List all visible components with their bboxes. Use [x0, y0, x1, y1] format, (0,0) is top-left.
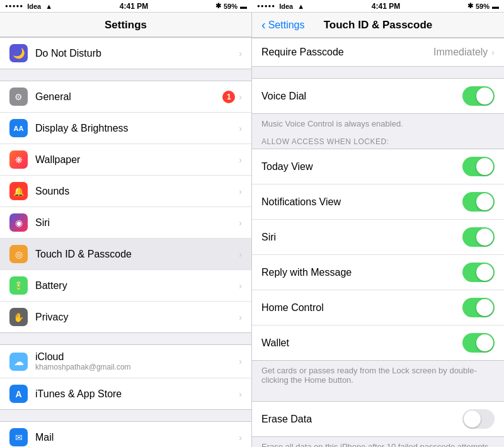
wallpaper-chevron: ›: [239, 155, 242, 165]
general-label: General: [35, 91, 222, 103]
right-content[interactable]: Require Passcode Immediately › Voice Dia…: [252, 38, 504, 447]
row-display[interactable]: AA Display & Brightness ›: [0, 113, 251, 144]
touchid-label: Touch ID & Passcode: [35, 249, 239, 260]
row-voice-dial[interactable]: Voice Dial: [252, 79, 504, 113]
row-wallpaper[interactable]: ❋ Wallpaper ›: [0, 144, 251, 176]
row-privacy[interactable]: ✋ Privacy ›: [0, 302, 251, 332]
reply-message-label: Reply with Message: [261, 267, 462, 278]
section-mid: ⚙ General 1 › AA Display & Brightness: [0, 81, 251, 333]
back-label: Settings: [268, 20, 305, 31]
left-battery-pct: 59%: [224, 3, 238, 10]
siri-locked-toggle[interactable]: [462, 227, 495, 247]
erase-note: Erase all data on this iPhone after 10 f…: [252, 437, 504, 447]
left-battery-icon: ▬: [240, 3, 247, 10]
left-panel: Settings 🌙 Do Not Disturb ›: [0, 13, 252, 447]
left-wifi-icon: ▲: [45, 3, 52, 10]
icloud-icon: ☁: [9, 353, 28, 371]
display-label: Display & Brightness: [35, 123, 239, 134]
right-battery-pct: 59%: [476, 3, 490, 10]
row-do-not-disturb[interactable]: 🌙 Do Not Disturb ›: [0, 38, 251, 69]
right-carrier: Idea: [279, 3, 293, 10]
left-status-right: ✱ 59% ▬: [215, 2, 247, 10]
privacy-chevron: ›: [239, 312, 242, 322]
left-status-bar: ●●●●● Idea ▲ 4:41 PM ✱ 59% ▬: [0, 0, 252, 13]
display-icon: AA: [9, 119, 28, 137]
main-content: Settings 🌙 Do Not Disturb ›: [0, 13, 504, 447]
left-bluetooth: ✱: [215, 2, 221, 10]
row-notifications-view[interactable]: Notifications View: [252, 184, 504, 220]
do-not-disturb-chevron: ›: [239, 48, 242, 59]
siri-icon: ◉: [9, 213, 28, 232]
right-title: Touch ID & Passcode: [324, 19, 433, 31]
sounds-chevron: ›: [239, 186, 242, 196]
row-today-view[interactable]: Today View: [252, 149, 504, 184]
row-itunes[interactable]: A iTunes & App Store ›: [0, 378, 251, 409]
row-siri-locked[interactable]: Siri: [252, 220, 504, 255]
do-not-disturb-label: Do Not Disturb: [35, 48, 239, 59]
display-chevron: ›: [239, 123, 242, 133]
row-reply-message[interactable]: Reply with Message: [252, 255, 504, 290]
wallet-toggle[interactable]: [462, 333, 495, 353]
row-erase-data[interactable]: Erase Data: [252, 402, 504, 436]
sounds-label: Sounds: [35, 186, 239, 197]
wallpaper-icon: ❋: [9, 150, 28, 169]
row-touchid[interactable]: ◎ Touch ID & Passcode ›: [0, 239, 251, 270]
right-wifi-icon: ▲: [297, 3, 304, 10]
voice-dial-section: Voice Dial: [252, 78, 504, 114]
itunes-label: iTunes & App Store: [35, 388, 239, 400]
notifications-view-toggle[interactable]: [462, 192, 495, 212]
erase-data-toggle[interactable]: [462, 409, 495, 429]
back-chevron: ‹: [261, 18, 266, 32]
mail-icon: ✉: [9, 428, 28, 446]
left-time: 4:41 PM: [120, 2, 148, 11]
divider-2: [252, 390, 504, 401]
divider-1: [252, 67, 504, 78]
row-icloud[interactable]: ☁ iCloud khamoshpathak@gmail.com ›: [0, 345, 251, 378]
back-button[interactable]: ‹ Settings: [261, 18, 304, 32]
row-battery[interactable]: 🔋 Battery ›: [0, 270, 251, 302]
erase-section: Erase Data: [252, 401, 504, 437]
status-bars: ●●●●● Idea ▲ 4:41 PM ✱ 59% ▬ ●●●●● Idea …: [0, 0, 504, 13]
section-apps: ✉ Mail › 👤 Contacts ›: [0, 421, 251, 447]
today-view-toggle[interactable]: [462, 157, 495, 176]
mail-chevron: ›: [239, 433, 242, 443]
music-note: Music Voice Control is always enabled.: [252, 114, 504, 133]
battery-icon: 🔋: [9, 276, 28, 295]
icloud-chevron: ›: [239, 356, 242, 366]
general-chevron: ›: [239, 92, 242, 102]
row-require-passcode[interactable]: Require Passcode Immediately ›: [252, 38, 504, 66]
right-header: ‹ Settings Touch ID & Passcode: [252, 13, 504, 38]
require-passcode-section: Require Passcode Immediately ›: [252, 38, 504, 67]
wallet-label: Wallet: [261, 337, 462, 349]
mail-label: Mail: [35, 432, 239, 443]
settings-list[interactable]: 🌙 Do Not Disturb › ⚙ General: [0, 37, 251, 447]
row-siri[interactable]: ◉ Siri ›: [0, 207, 251, 239]
touchid-icon: ◎: [9, 245, 28, 263]
section-icloud: ☁ iCloud khamoshpathak@gmail.com › A iTu…: [0, 344, 251, 410]
siri-chevron: ›: [239, 218, 242, 228]
toggle-thumb: [476, 88, 493, 105]
right-signal: ●●●●●: [257, 3, 275, 9]
siri-label: Siri: [35, 217, 239, 229]
voice-dial-label: Voice Dial: [261, 91, 462, 102]
privacy-icon: ✋: [9, 308, 28, 326]
row-wallet[interactable]: Wallet: [252, 325, 504, 360]
left-carrier: Idea: [27, 3, 41, 10]
left-status-left: ●●●●● Idea ▲: [5, 3, 52, 10]
row-home-control[interactable]: Home Control: [252, 290, 504, 325]
home-control-toggle[interactable]: [462, 298, 495, 317]
voice-dial-toggle[interactable]: [462, 86, 495, 106]
row-mail[interactable]: ✉ Mail ›: [0, 422, 251, 447]
general-icon: ⚙: [9, 88, 28, 106]
row-general[interactable]: ⚙ General 1 ›: [0, 81, 251, 113]
itunes-icon: A: [9, 385, 28, 403]
left-signal: ●●●●●: [5, 3, 23, 9]
right-status-bar: ●●●●● Idea ▲ 4:41 PM ✱ 59% ▬: [252, 0, 504, 13]
reply-message-toggle[interactable]: [462, 263, 495, 282]
right-status-right: ✱ 59% ▬: [467, 2, 499, 10]
allow-locked-header: ALLOW ACCESS WHEN LOCKED:: [252, 133, 504, 149]
siri-locked-label: Siri: [261, 232, 462, 243]
today-view-label: Today View: [261, 161, 462, 173]
row-sounds[interactable]: 🔔 Sounds ›: [0, 176, 251, 207]
locked-items-section: Today View Notifications View Siri: [252, 149, 504, 361]
